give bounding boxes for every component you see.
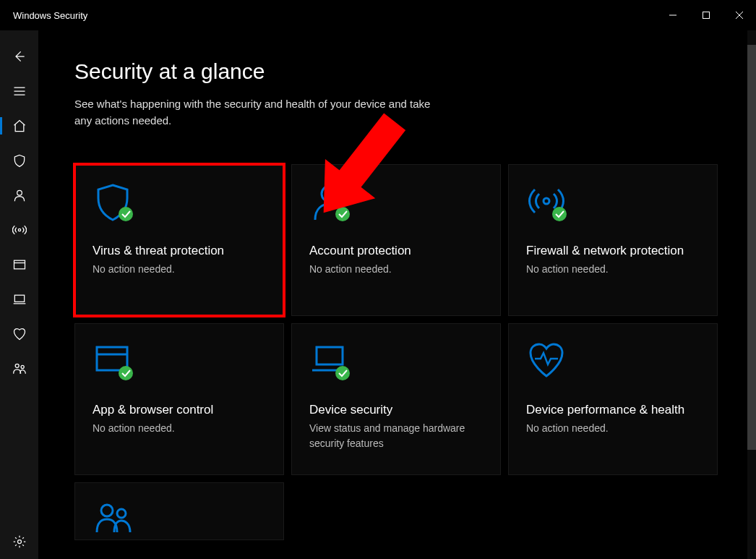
sidebar-item-settings[interactable] xyxy=(0,524,38,559)
tile-status: View status and manage hardware security… xyxy=(309,421,483,451)
svg-point-14 xyxy=(544,198,549,204)
person-icon xyxy=(12,188,27,202)
family-icon-tile xyxy=(93,500,266,540)
maximize-icon xyxy=(702,11,710,20)
svg-point-17 xyxy=(119,366,133,380)
minimize-button[interactable] xyxy=(656,0,690,30)
window-controls xyxy=(656,0,756,30)
title-bar: Windows Security xyxy=(0,0,756,30)
tile-device-performance-health[interactable]: Device performance & health No action ne… xyxy=(508,323,718,475)
menu-button[interactable] xyxy=(0,74,38,108)
page-title: Security at a glance xyxy=(74,59,742,84)
tile-status: No action needed. xyxy=(93,421,266,435)
svg-rect-4 xyxy=(14,295,24,302)
tile-title: Account protection xyxy=(309,243,483,260)
svg-point-2 xyxy=(18,229,20,231)
tile-family-options[interactable] xyxy=(74,482,284,540)
heart-icon xyxy=(12,327,27,341)
broadcast-icon xyxy=(12,223,27,237)
svg-point-21 xyxy=(117,509,126,518)
main-content: Security at a glance See what's happenin… xyxy=(38,30,756,559)
home-icon xyxy=(12,119,27,133)
svg-rect-18 xyxy=(317,347,343,364)
shield-check-icon xyxy=(93,182,266,236)
maximize-button[interactable] xyxy=(690,0,723,30)
close-button[interactable] xyxy=(723,0,756,30)
svg-rect-0 xyxy=(703,12,710,19)
tile-firewall-network-protection[interactable]: Firewall & network protection No action … xyxy=(508,164,718,316)
laptop-icon xyxy=(12,292,27,307)
tile-title: Device security xyxy=(309,402,483,419)
app-window-icon xyxy=(12,257,27,272)
tile-title: Device performance & health xyxy=(526,402,700,419)
person-check-icon xyxy=(309,182,483,236)
svg-point-13 xyxy=(335,207,350,221)
svg-point-12 xyxy=(322,186,338,202)
sidebar xyxy=(0,30,38,559)
sidebar-item-account[interactable] xyxy=(0,178,38,213)
sidebar-item-performance[interactable] xyxy=(0,317,38,351)
svg-point-15 xyxy=(552,207,567,221)
svg-point-11 xyxy=(119,207,133,221)
sidebar-item-family[interactable] xyxy=(0,351,38,386)
laptop-check-icon xyxy=(309,341,483,395)
scrollbar-thumb[interactable] xyxy=(747,45,756,450)
page-subtitle: See what's happening with the security a… xyxy=(74,95,450,129)
gear-icon xyxy=(12,534,27,549)
svg-rect-3 xyxy=(14,260,25,269)
broadcast-check-icon xyxy=(526,182,700,236)
svg-point-19 xyxy=(335,366,350,380)
hamburger-icon xyxy=(12,84,27,98)
svg-point-7 xyxy=(17,540,21,544)
heart-pulse-icon xyxy=(526,341,700,395)
tile-device-security[interactable]: Device security View status and manage h… xyxy=(291,323,501,475)
tile-status: No action needed. xyxy=(93,262,266,276)
tile-title: Firewall & network protection xyxy=(526,243,700,260)
sidebar-item-firewall[interactable] xyxy=(0,213,38,247)
close-icon xyxy=(735,11,744,20)
vertical-scrollbar[interactable] xyxy=(747,30,756,559)
tile-virus-threat-protection[interactable]: Virus & threat protection No action need… xyxy=(74,164,284,316)
sidebar-item-appbrowser[interactable] xyxy=(0,247,38,282)
tiles-grid: Virus & threat protection No action need… xyxy=(74,164,742,540)
sidebar-item-virus[interactable] xyxy=(0,143,38,178)
tile-status: No action needed. xyxy=(526,262,700,276)
window-check-icon xyxy=(93,341,266,395)
tile-status: No action needed. xyxy=(309,262,483,276)
back-button[interactable] xyxy=(0,39,38,74)
tile-title: App & browser control xyxy=(93,402,266,419)
window-title: Windows Security xyxy=(0,10,656,21)
tile-app-browser-control[interactable]: App & browser control No action needed. xyxy=(74,323,284,475)
svg-point-20 xyxy=(101,505,113,516)
back-arrow-icon xyxy=(12,49,27,64)
tile-title: Virus & threat protection xyxy=(93,243,266,260)
svg-point-1 xyxy=(17,190,22,195)
shield-icon xyxy=(12,153,27,168)
sidebar-item-device[interactable] xyxy=(0,282,38,317)
svg-point-6 xyxy=(21,365,24,368)
svg-point-5 xyxy=(15,364,19,367)
minimize-icon xyxy=(669,11,677,20)
tile-account-protection[interactable]: Account protection No action needed. xyxy=(291,164,501,316)
family-icon xyxy=(12,362,27,376)
tile-status: No action needed. xyxy=(526,421,700,435)
sidebar-item-home[interactable] xyxy=(0,108,38,143)
